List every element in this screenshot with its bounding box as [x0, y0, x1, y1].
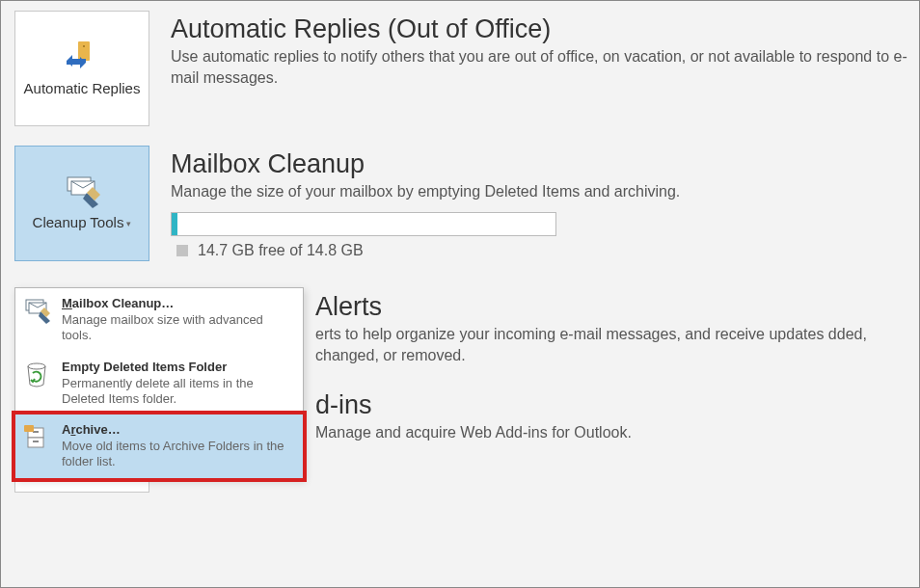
svg-point-10	[28, 363, 45, 369]
storage-used-segment	[172, 213, 177, 235]
addins-heading: d-ins	[315, 390, 919, 420]
cleanup-tools-label: Cleanup Tools▾	[27, 214, 138, 230]
recycle-icon	[23, 360, 56, 388]
menu-item-empty-deleted-desc: Permanently delete all items in the Dele…	[62, 376, 293, 408]
rules-alerts-heading: Alerts	[315, 292, 919, 322]
mailbox-cleanup-desc: Manage the size of your mailbox by empty…	[171, 181, 919, 202]
cleanup-tools-icon	[62, 175, 102, 208]
menu-item-mailbox-cleanup-title: Mailbox Cleanup…	[62, 296, 293, 310]
addins-desc: Manage and acquire Web Add-ins for Outlo…	[315, 422, 919, 443]
mailbox-cleanup-icon	[23, 296, 56, 325]
automatic-replies-heading: Automatic Replies (Out of Office)	[171, 14, 919, 44]
mailbox-cleanup-heading: Mailbox Cleanup	[171, 149, 919, 179]
menu-item-mailbox-cleanup-desc: Manage mailbox size with advanced tools.	[62, 312, 293, 344]
menu-item-archive-title: Archive…	[62, 422, 293, 437]
storage-free-text: 14.7 GB free of 14.8 GB	[176, 242, 919, 259]
automatic-replies-label: Automatic Replies	[18, 80, 147, 96]
archive-icon	[23, 422, 56, 451]
rules-alerts-desc: erts to help organize your incoming e-ma…	[315, 324, 919, 367]
menu-item-empty-deleted-title: Empty Deleted Items Folder	[62, 360, 293, 374]
chevron-down-icon: ▾	[126, 219, 131, 228]
svg-point-1	[83, 45, 85, 47]
automatic-replies-tile[interactable]: Automatic Replies	[14, 11, 149, 126]
storage-bar	[171, 212, 556, 236]
svg-rect-14	[33, 441, 39, 442]
automatic-replies-desc: Use automatic replies to notify others t…	[171, 46, 919, 90]
menu-item-mailbox-cleanup[interactable]: Mailbox Cleanup… Manage mailbox size wit…	[15, 288, 303, 352]
menu-item-archive-desc: Move old items to Archive Folders in the…	[62, 439, 293, 470]
menu-item-archive[interactable]: Archive… Move old items to Archive Folde…	[15, 414, 303, 478]
automatic-replies-icon	[63, 40, 101, 74]
cleanup-tools-menu: Mailbox Cleanup… Manage mailbox size wit…	[14, 287, 304, 479]
svg-rect-15	[24, 425, 34, 432]
cleanup-tools-tile[interactable]: Cleanup Tools▾	[14, 146, 149, 261]
svg-rect-0	[78, 41, 90, 61]
menu-item-empty-deleted[interactable]: Empty Deleted Items Folder Permanently d…	[15, 352, 303, 415]
